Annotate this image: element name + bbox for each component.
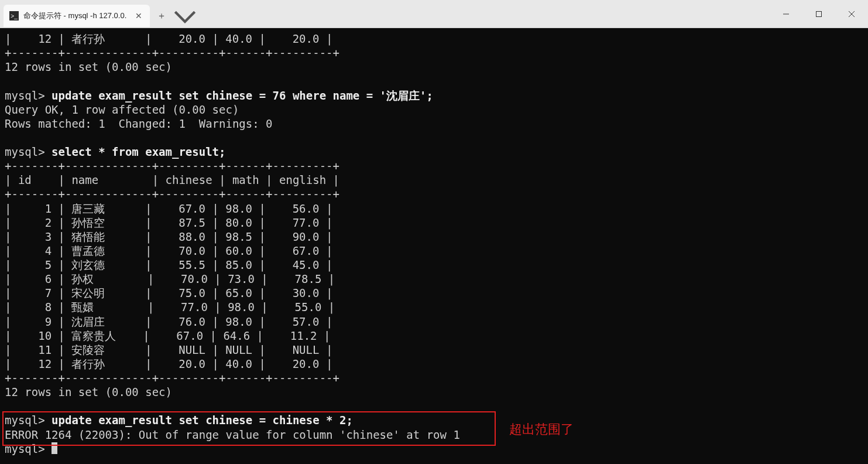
- prompt: mysql>: [5, 89, 52, 102]
- prompt: mysql>: [5, 145, 52, 158]
- tab-active[interactable]: >_ 命令提示符 - mysql -h 127.0.0. ✕: [4, 5, 150, 27]
- result-line: Rows matched: 1 Changed: 1 Warnings: 0: [5, 117, 273, 130]
- close-tab-button[interactable]: ✕: [133, 11, 144, 21]
- error-line: ERROR 1264 (22003): Out of range value f…: [5, 428, 460, 441]
- annotation-label: 超出范围了: [509, 421, 574, 438]
- window-controls: [770, 0, 868, 28]
- window-titlebar: >_ 命令提示符 - mysql -h 127.0.0. ✕ ＋: [0, 0, 868, 28]
- table-row: | 5 | 刘玄德 | 55.5 | 85.0 | 45.0 |: [5, 258, 332, 271]
- prompt: mysql>: [5, 442, 52, 455]
- sql-command: update exam_result set chinese = chinese…: [52, 414, 353, 427]
- table-separator: +-------+-------------+---------+------+…: [5, 159, 339, 172]
- table-row: | 10 | 富察贵人 | 67.0 | 64.6 | 11.2 |: [5, 329, 330, 342]
- tab-title: 命令提示符 - mysql -h 127.0.0.: [23, 11, 129, 21]
- table-row: | 6 | 孙权 | 70.0 | 73.0 | 78.5 |: [5, 272, 335, 285]
- status-text: 12 rows in set (0.00 sec): [5, 385, 172, 398]
- close-icon: [848, 11, 855, 18]
- tab-dropdown-button[interactable]: [173, 5, 197, 27]
- new-tab-button[interactable]: ＋: [150, 5, 173, 27]
- maximize-button[interactable]: [802, 0, 835, 28]
- table-separator: +-------+-------------+---------+------+…: [5, 371, 339, 384]
- terminal-output[interactable]: | 12 | 者行孙 | 20.0 | 40.0 | 20.0 | +-----…: [0, 28, 868, 464]
- minimize-button[interactable]: [770, 0, 802, 28]
- svg-rect-1: [816, 12, 822, 17]
- table-row: | 1 | 唐三藏 | 67.0 | 98.0 | 56.0 |: [5, 202, 332, 215]
- status-text: 12 rows in set (0.00 sec): [5, 60, 172, 73]
- cmd-icon: >_: [9, 11, 19, 21]
- table-separator: +-------+-------------+---------+------+…: [5, 46, 339, 59]
- minimize-icon: [783, 11, 790, 18]
- table-row: | 7 | 宋公明 | 75.0 | 65.0 | 30.0 |: [5, 286, 332, 299]
- prompt: mysql>: [5, 414, 52, 427]
- cursor-icon: [52, 442, 57, 454]
- table-row: | 3 | 猪悟能 | 88.0 | 98.5 | 90.0 |: [5, 230, 332, 243]
- table-header: | id | name | chinese | math | english |: [5, 173, 339, 186]
- table-row: | 8 | 甄嬛 | 77.0 | 98.0 | 55.0 |: [5, 301, 335, 313]
- table-row: | 9 | 沈眉庄 | 76.0 | 98.0 | 57.0 |: [5, 315, 332, 328]
- table-row: | 11 | 安陵容 | NULL | NULL | NULL |: [5, 343, 332, 356]
- sql-command: update exam_result set chinese = 76 wher…: [52, 89, 433, 102]
- sql-command: select * from exam_result;: [52, 145, 225, 158]
- table-row: | 12 | 者行孙 | 20.0 | 40.0 | 20.0 |: [5, 32, 332, 45]
- table-separator: +-------+-------------+---------+------+…: [5, 187, 339, 200]
- close-window-button[interactable]: [835, 0, 868, 28]
- maximize-icon: [815, 11, 822, 18]
- result-line: Query OK, 1 row affected (0.00 sec): [5, 103, 239, 116]
- table-row: | 4 | 曹孟德 | 70.0 | 60.0 | 67.0 |: [5, 244, 332, 257]
- chevron-down-icon: [173, 4, 197, 28]
- table-row: | 12 | 者行孙 | 20.0 | 40.0 | 20.0 |: [5, 357, 332, 370]
- table-row: | 2 | 孙悟空 | 87.5 | 80.0 | 77.0 |: [5, 216, 332, 229]
